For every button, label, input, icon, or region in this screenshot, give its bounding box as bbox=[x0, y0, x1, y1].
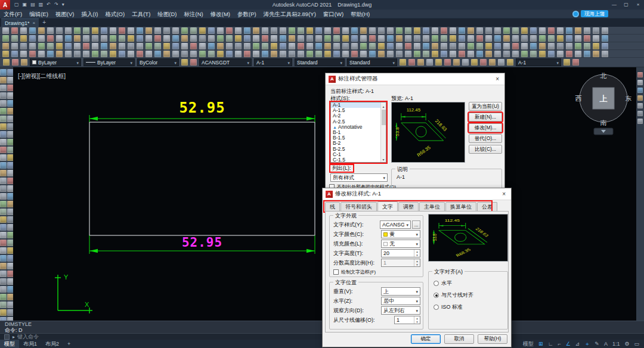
dialog-footer-button[interactable]: 取消 bbox=[444, 334, 474, 344]
status-icon[interactable]: ⊞ bbox=[536, 340, 546, 348]
toolbar-icon[interactable] bbox=[521, 51, 528, 57]
toolbar-icon[interactable] bbox=[306, 27, 313, 34]
toolbar-icon[interactable] bbox=[20, 27, 27, 34]
toolbar-icon[interactable] bbox=[101, 43, 107, 49]
toolbar-icon[interactable] bbox=[408, 59, 415, 66]
toolbar-icon[interactable] bbox=[0, 92, 7, 99]
text-height-spinner[interactable]: 20 bbox=[381, 249, 420, 257]
toolbar-icon[interactable] bbox=[65, 43, 72, 49]
qat-icon[interactable]: ▢ bbox=[13, 0, 21, 10]
toolbar-icon[interactable] bbox=[190, 59, 197, 66]
toolbar-icon[interactable] bbox=[190, 43, 197, 49]
toolbar-icon[interactable] bbox=[414, 35, 420, 42]
status-icon[interactable]: A bbox=[602, 340, 610, 348]
toolbar-icon[interactable] bbox=[378, 43, 385, 49]
toolbar-icon[interactable] bbox=[0, 193, 7, 200]
toolbar-icon[interactable] bbox=[0, 139, 7, 145]
drawn-rectangle[interactable] bbox=[89, 122, 315, 235]
toolbar-icon[interactable] bbox=[467, 43, 474, 49]
draw-frame-checkbox[interactable]: 绘制文字边框(F) bbox=[333, 269, 376, 275]
toolbar-icon[interactable] bbox=[396, 51, 402, 57]
toolbar-icon[interactable] bbox=[342, 27, 349, 34]
viewcube-east-label[interactable]: 东 bbox=[626, 95, 632, 102]
toolbar-icon[interactable] bbox=[7, 302, 14, 308]
toolbar-icon[interactable] bbox=[208, 27, 215, 34]
toolbar-icon[interactable] bbox=[378, 35, 385, 42]
toolbar-icon[interactable] bbox=[387, 43, 394, 49]
toolbar-icon[interactable] bbox=[342, 43, 349, 49]
offset-spinner[interactable]: 1 bbox=[394, 316, 420, 324]
toolbar-icon[interactable] bbox=[163, 43, 170, 49]
file-tab[interactable]: Drawing1* × bbox=[1, 18, 39, 27]
toolbar-icon[interactable] bbox=[7, 216, 14, 223]
toolbar-icon[interactable] bbox=[512, 51, 519, 57]
toolbar-icon[interactable] bbox=[154, 51, 161, 57]
toolbar-icon[interactable] bbox=[83, 35, 89, 42]
autocad-logo-icon[interactable]: A bbox=[0, 0, 10, 10]
toolbar-icon[interactable] bbox=[0, 271, 7, 277]
toolbar-icon[interactable] bbox=[450, 51, 456, 57]
toolbar-icon[interactable] bbox=[119, 43, 125, 49]
menu-item[interactable]: 插入(I) bbox=[78, 10, 101, 18]
toolbar-icon[interactable] bbox=[369, 51, 376, 57]
toolbar-icon[interactable] bbox=[0, 232, 7, 238]
toolbar-icon[interactable] bbox=[289, 27, 295, 34]
toolbar-icon[interactable] bbox=[7, 247, 14, 254]
new-tab-button[interactable]: + bbox=[39, 18, 49, 27]
style-list[interactable]: A-1A-1.5A-2A-2.5▲AnnotativeB-1B-1.5B-2B-… bbox=[330, 102, 386, 163]
toolbar-icon[interactable] bbox=[280, 27, 286, 34]
toolbar-icon[interactable] bbox=[0, 317, 7, 321]
toolbar-icon[interactable] bbox=[333, 43, 340, 49]
status-icon[interactable]: ∠ bbox=[564, 340, 573, 348]
toolbar-icon[interactable] bbox=[0, 154, 7, 161]
toolbar-icon[interactable] bbox=[38, 43, 45, 49]
toolbar-icon[interactable] bbox=[217, 51, 224, 57]
toolbar-icon[interactable] bbox=[351, 35, 358, 42]
property-combo[interactable]: ByLayer bbox=[30, 58, 81, 66]
toolbar-icon[interactable] bbox=[637, 111, 643, 116]
toolbar-icon[interactable] bbox=[11, 51, 18, 57]
toolbar-icon[interactable] bbox=[507, 59, 513, 66]
dsm-button[interactable]: 比较(C)... bbox=[469, 145, 502, 154]
toolbar-icon[interactable] bbox=[298, 51, 304, 57]
toolbar-icon[interactable] bbox=[65, 27, 72, 34]
toolbar-icon[interactable] bbox=[584, 43, 590, 49]
toolbar-icon[interactable] bbox=[92, 43, 98, 49]
toolbar-icon[interactable] bbox=[369, 43, 376, 49]
toolbar-icon[interactable] bbox=[7, 131, 14, 138]
toolbar-icon[interactable] bbox=[163, 27, 170, 34]
toolbar-icon[interactable] bbox=[521, 27, 528, 34]
toolbar-icon[interactable] bbox=[0, 255, 7, 262]
dialog-tab[interactable]: 线 bbox=[325, 202, 340, 211]
menu-item[interactable]: 绘图(D) bbox=[154, 10, 180, 18]
toolbar-icon[interactable] bbox=[253, 35, 259, 42]
toolbar-icon[interactable] bbox=[190, 35, 197, 42]
toolbar-icon[interactable] bbox=[244, 27, 250, 34]
toolbar-icon[interactable] bbox=[271, 43, 277, 49]
toolbar-icon[interactable] bbox=[333, 35, 340, 42]
status-icon[interactable]: ✎ bbox=[592, 340, 602, 348]
toolbar-icon[interactable] bbox=[360, 51, 367, 57]
toolbar-icon[interactable] bbox=[47, 51, 54, 57]
toolbar-icon[interactable] bbox=[432, 27, 438, 34]
status-icon[interactable]: ∟ bbox=[546, 340, 556, 348]
toolbar-icon[interactable] bbox=[20, 43, 27, 49]
property-combo[interactable]: ByColor bbox=[137, 58, 179, 66]
toolbar-icon[interactable] bbox=[467, 51, 474, 57]
toolbar-icon[interactable] bbox=[450, 35, 456, 42]
toolbar-icon[interactable] bbox=[539, 43, 546, 49]
toolbar-icon[interactable] bbox=[271, 35, 277, 42]
qat-icon[interactable]: ▣ bbox=[21, 0, 29, 10]
toolbar-icon[interactable] bbox=[548, 51, 555, 57]
dialog-footer-button[interactable]: 帮助(H) bbox=[478, 334, 507, 344]
viewport-controls[interactable]: [-][俯视][二维线框] bbox=[18, 73, 66, 79]
toolbar-icon[interactable] bbox=[74, 43, 80, 49]
toolbar-icon[interactable] bbox=[0, 77, 7, 83]
toolbar-icon[interactable] bbox=[342, 51, 349, 57]
toolbar-icon[interactable] bbox=[289, 35, 295, 42]
menu-item[interactable]: 标注(N) bbox=[181, 10, 207, 18]
toolbar-icon[interactable] bbox=[566, 27, 572, 34]
toolbar-icon[interactable] bbox=[190, 27, 197, 34]
toolbar-icon[interactable] bbox=[396, 35, 402, 42]
toolbar-icon[interactable] bbox=[199, 43, 206, 49]
